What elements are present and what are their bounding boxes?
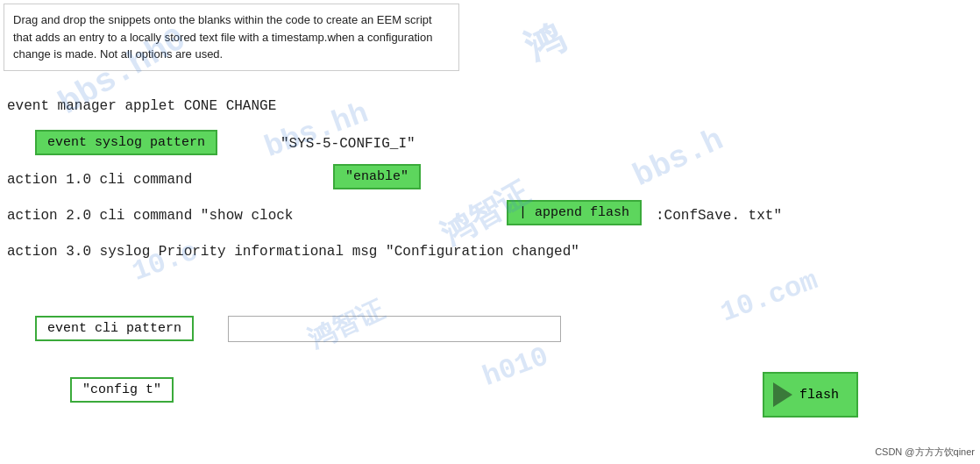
instruction-box: Drag and drop the snippets onto the blan… — [4, 4, 459, 71]
snippet-flash[interactable]: flash — [763, 372, 858, 418]
snippet-event-syslog-pattern[interactable]: event syslog pattern — [35, 130, 217, 155]
snippet-enable[interactable]: "enable" — [333, 164, 421, 189]
code-line-4: action 3.0 syslog Priority informational… — [7, 244, 579, 260]
code-line-1-value: "SYS-5-CONFIG_I" — [281, 136, 415, 152]
credits: CSDN @方方方饮qiner — [875, 446, 975, 459]
play-icon — [773, 382, 792, 407]
page-wrapper: bbs.hh0 鸿 bbs.hh 鸿智证 10.c 鸿智证 h010 bbs.h… — [0, 0, 980, 464]
code-line-0: event manager applet CONE CHANGE — [7, 98, 276, 114]
code-line-3-prefix: action 2.0 cli command "show clock — [7, 208, 293, 224]
snippet-event-cli-pattern[interactable]: event cli pattern — [35, 316, 194, 341]
snippet-config-t[interactable]: "config t" — [70, 377, 174, 403]
code-line-3-suffix: :ConfSave. txt" — [656, 208, 782, 224]
blank-event-cli — [228, 316, 561, 342]
flash-area: flash — [763, 372, 858, 418]
code-line-2-prefix: action 1.0 cli command — [7, 172, 192, 188]
snippet-append-flash[interactable]: | append flash — [507, 200, 642, 225]
instruction-text: Drag and drop the snippets onto the blan… — [13, 13, 432, 61]
